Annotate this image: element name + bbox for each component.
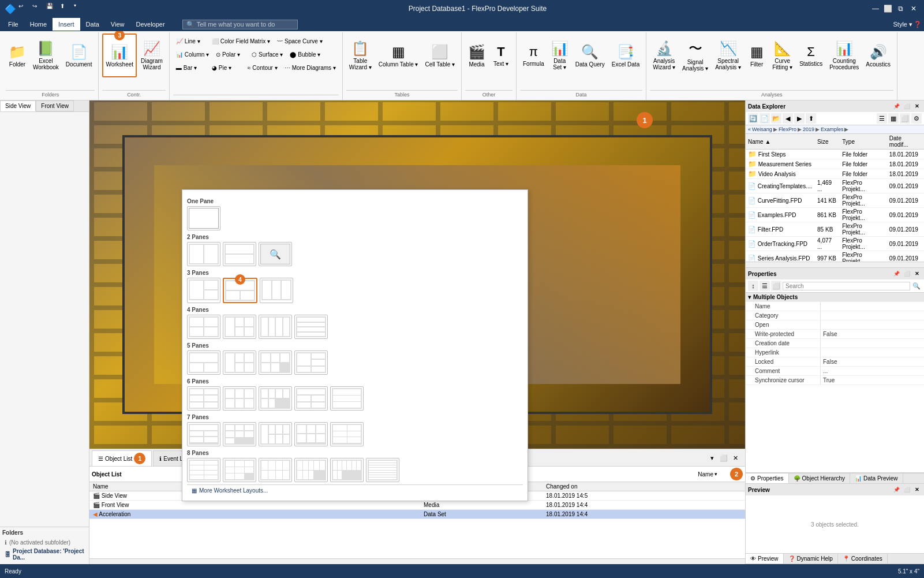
ribbon-btn-data-query[interactable]: 🔍 Data Query (573, 33, 608, 77)
qat-undo[interactable]: ↩ (18, 3, 30, 14)
ribbon-btn-formula[interactable]: π Formula (520, 33, 547, 77)
ribbon-btn-excel-data[interactable]: 📑 Excel Data (609, 33, 642, 77)
de-hscroll[interactable] (746, 262, 924, 267)
layout-4pane-b[interactable] (223, 315, 256, 339)
folder-item-no-subfolder[interactable]: ℹ (No activated subfolder) (2, 538, 87, 547)
layout-8pane-b[interactable] (223, 458, 256, 482)
ribbon-btn-statistics[interactable]: Σ Statistics (796, 33, 825, 77)
rbt-object-hierarchy[interactable]: 🌳 Object Hierarchy (789, 473, 850, 483)
layout-3pane-c[interactable] (260, 278, 293, 303)
more-layouts-link[interactable]: ▦ More Worksheet Layouts... (187, 484, 523, 496)
hscroll-bar[interactable] (89, 558, 745, 564)
layout-4pane-a[interactable] (187, 315, 220, 339)
layout-3pane-b[interactable]: 4 (223, 278, 257, 303)
layout-8pane-c[interactable] (259, 458, 292, 482)
de-row-first-steps[interactable]: 📁 First Steps File folder 18.01.2019 (746, 150, 924, 159)
de-col-name[interactable]: Name ▲ (746, 134, 815, 150)
ribbon-btn-acoustics[interactable]: 🔊 Acoustics (863, 33, 893, 77)
layout-2pane-a[interactable] (187, 242, 220, 266)
props-group-btn[interactable]: ☰ (760, 281, 770, 291)
ribbon-btn-color-field-matrix[interactable]: ⬜ Color Field Matrix ▾ (209, 35, 273, 47)
tab-front-view[interactable]: Front View (36, 100, 74, 111)
de-close-btn[interactable]: ✕ (912, 102, 922, 111)
layout-6pane-d[interactable] (294, 386, 328, 411)
table-row[interactable]: 🎬 Front View Media 18.01.2019 14:4 (89, 501, 745, 510)
menu-view[interactable]: View (105, 18, 130, 31)
ribbon-btn-surface[interactable]: ⬡ Surface ▾ (249, 48, 286, 61)
col-changed-on[interactable]: Changed on (543, 482, 745, 491)
menu-data[interactable]: Data (80, 18, 105, 31)
close-button[interactable]: ✕ (908, 3, 919, 14)
de-view-large-btn[interactable]: ⬜ (900, 113, 910, 124)
rbt-dynamic-help[interactable]: ❓ Dynamic Help (784, 554, 838, 564)
qat-dropdown[interactable]: ▾ (74, 3, 85, 14)
ribbon-btn-contour[interactable]: ≈ Contour ▾ (245, 61, 280, 74)
bc-examples[interactable]: Examples (821, 126, 844, 132)
qat-redo[interactable]: ↪ (32, 3, 44, 14)
de-settings-btn[interactable]: ⚙ (911, 113, 922, 124)
de-row-measurement[interactable]: 📁 Measurement Series File folder 18.01.2… (746, 159, 924, 169)
layout-3pane-a[interactable] (187, 278, 220, 303)
de-col-size[interactable]: Size (815, 134, 840, 150)
de-row-series[interactable]: 📄 Series Analysis.FPD 997 KB FlexPro Pro… (746, 251, 924, 262)
qat-save[interactable]: 💾 (46, 3, 58, 14)
props-filter-btn[interactable]: ⬜ (771, 281, 781, 291)
bc-2019[interactable]: 2019 (803, 126, 814, 132)
panel-close-btn[interactable]: ✕ (730, 453, 740, 464)
rbt-data-preview[interactable]: 📊 Data Preview (850, 473, 903, 483)
folder-item-project[interactable]: 🗄 Project Database: 'Project Da... (2, 547, 87, 562)
preview-pin-btn[interactable]: 📌 (892, 485, 901, 494)
ribbon-btn-signal-analysis[interactable]: 〜 SignalAnalysis ▾ (679, 33, 711, 77)
de-view-detail-btn[interactable]: ▦ (888, 113, 899, 124)
rbt-properties[interactable]: ⚙ Properties (746, 473, 789, 483)
de-pin-btn[interactable]: 📌 (892, 102, 901, 111)
layout-7pane-a[interactable] (187, 422, 220, 446)
layout-2pane-b[interactable] (223, 242, 256, 266)
de-view-list-btn[interactable]: ☰ (877, 113, 887, 124)
ribbon-btn-column-table[interactable]: ▦ Column Table ▾ (376, 33, 421, 77)
de-row-video[interactable]: 📁 Video Analysis File folder 18.01.2019 (746, 169, 924, 179)
de-up-btn[interactable]: ⬆ (806, 113, 816, 124)
menu-insert[interactable]: Insert (53, 18, 80, 31)
layout-7pane-c[interactable] (259, 422, 292, 446)
layout-2pane-search[interactable]: 🔍 (259, 242, 292, 266)
layout-6pane-c[interactable] (259, 386, 292, 411)
style-button[interactable]: Style ▾ ❓ (893, 21, 922, 28)
de-row-ordertracking[interactable]: 📄 OrderTracking.FPD 4,077 ... FlexPro Pr… (746, 237, 924, 251)
ribbon-btn-cell-table[interactable]: ⬜ Cell Table ▾ (422, 33, 458, 77)
layout-7pane-e[interactable] (330, 422, 364, 446)
ribbon-btn-bubble[interactable]: ⬤ Bubble ▾ (287, 48, 323, 61)
ribbon-btn-pie[interactable]: ◕ Pie ▾ (209, 61, 244, 74)
layout-5pane-d[interactable] (294, 350, 328, 375)
de-float-btn[interactable]: ⬜ (902, 102, 911, 111)
restore-button[interactable]: ⧉ (895, 3, 907, 14)
ribbon-btn-curve-fitting[interactable]: 📐 CurveFitting ▾ (769, 33, 795, 77)
layout-8pane-d[interactable] (294, 458, 328, 482)
props-pin-btn[interactable]: 📌 (892, 269, 901, 278)
ribbon-btn-text[interactable]: T Text ▾ (489, 33, 512, 77)
ribbon-btn-polar[interactable]: ⊙ Polar ▾ (213, 48, 248, 61)
layout-6pane-e[interactable] (330, 386, 364, 411)
layout-5pane-a[interactable] (187, 350, 220, 375)
layout-5pane-b[interactable] (223, 350, 256, 375)
layout-6pane-a[interactable] (187, 386, 220, 411)
props-search-input[interactable] (783, 282, 910, 290)
props-float-btn[interactable]: ⬜ (902, 269, 911, 278)
de-back-btn[interactable]: ◀ (783, 113, 793, 124)
menu-home[interactable]: Home (24, 18, 53, 31)
layout-8pane-f[interactable] (366, 458, 399, 482)
tab-object-list[interactable]: ☰ Object List 1 (92, 450, 152, 466)
ribbon-btn-document[interactable]: 📄 Document (63, 33, 95, 77)
de-row-creating[interactable]: 📄 CreatingTemplates.... 1,469 ... FlexPr… (746, 179, 924, 193)
props-search-btn[interactable]: 🔍 (911, 281, 922, 291)
minimize-button[interactable]: — (870, 3, 881, 14)
layout-7pane-b[interactable] (223, 422, 256, 446)
de-row-filter[interactable]: 📄 Filter.FPD 85 KB FlexPro Projekt... 09… (746, 222, 924, 237)
ribbon-btn-worksheet[interactable]: 3 📊 Worksheet (102, 33, 137, 77)
de-row-examples[interactable]: 📄 Examples.FPD 861 KB FlexPro Projekt...… (746, 208, 924, 222)
de-col-date[interactable]: Date modif... (887, 134, 924, 150)
props-sort-btn[interactable]: ↕ (748, 281, 758, 291)
preview-float-btn[interactable]: ⬜ (902, 485, 911, 494)
layout-4pane-d[interactable] (294, 315, 328, 339)
de-refresh-btn[interactable]: 🔄 (748, 113, 758, 124)
